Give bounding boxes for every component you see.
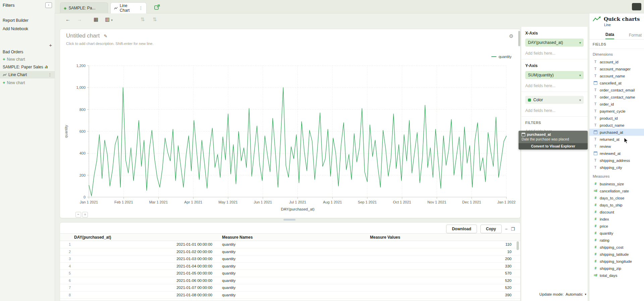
vertical-scrollbar[interactable] (518, 31, 520, 46)
dimension-field-product_id[interactable]: Tproduct_id (589, 115, 644, 122)
expand-icon[interactable]: ❐ (511, 227, 515, 232)
dimension-field-order_contact_name[interactable]: Torder_contact_name (589, 94, 644, 101)
column-header-measure-values[interactable]: Measure Values (365, 235, 520, 240)
minimize-icon[interactable]: − (505, 227, 508, 232)
y-axis-add-fields[interactable]: Add fields here... (525, 83, 584, 88)
dimension-field-returned_at[interactable]: Treturned_at (589, 136, 644, 143)
number-type-icon: # (593, 203, 597, 207)
download-button[interactable]: Download (446, 225, 477, 233)
dimension-field-payment_cycle[interactable]: Tpayment_cycle (589, 108, 644, 115)
workspace-diamond-icon: ◈ (64, 6, 66, 10)
table-row[interactable]: 82021-01-08 00:00:00quantity390 (60, 292, 520, 299)
dimension-field-account_name[interactable]: Taccount_name (589, 72, 644, 79)
tab-sample-paper-sales[interactable]: ◈ SAMPLE: Pa... (60, 2, 108, 13)
line-chart[interactable]: 02004006008001,0001,200Jan 1 2021Feb 1 2… (60, 29, 521, 219)
measure-field-price[interactable]: #price (589, 223, 644, 230)
y-axis-field-pill[interactable]: SUM(quantity) ▾ (525, 71, 584, 79)
y-axis-section: Y-Axis SUM(quantity) ▾ Add fields here..… (521, 59, 588, 92)
dimension-field-shipping_address[interactable]: Tshipping_address (589, 157, 644, 164)
tab-format[interactable]: Format (629, 33, 642, 39)
sidebar-item-new-chart-2[interactable]: + New chart (0, 79, 55, 86)
tab-kebab-menu-icon[interactable]: ⋮ (139, 6, 143, 10)
color-add-fields[interactable]: Add fields here... (525, 108, 584, 113)
table-view-icon[interactable]: ▦ (94, 16, 98, 22)
dimension-field-purchased_at[interactable]: purchased_at (589, 129, 644, 136)
panel-toggle-button[interactable] (632, 3, 641, 10)
text-type-icon: T (593, 95, 597, 99)
dimension-field-account_id[interactable]: Taccount_id (589, 58, 644, 65)
x-axis-add-fields[interactable]: Add fields here... (525, 51, 584, 56)
sidebar-item-report-builder[interactable]: Report Builder (0, 17, 55, 24)
date-type-icon (593, 152, 597, 155)
cell-date: 2021-01-04 00:00:00 (74, 264, 218, 268)
measure-field-days_to_close[interactable]: #days_to_close (589, 194, 644, 201)
dimension-field-order_contact_email[interactable]: Torder_contact_email (589, 86, 644, 94)
column-header-day-purchased-at[interactable]: DAY(purchased_at) (74, 235, 218, 240)
zoom-reset-icon[interactable]: ○ (82, 212, 88, 218)
cell-measure-value: 520 (365, 279, 520, 283)
measure-field-business_size[interactable]: #business_size (589, 180, 644, 187)
sidebar-item-workspace[interactable]: SAMPLE: Paper Sales (0, 63, 55, 70)
dimension-field-order_id[interactable]: Torder_id (589, 101, 644, 108)
measure-field-shipping_cost[interactable]: #shipping_cost (589, 244, 644, 251)
number-type-icon: # (593, 217, 597, 221)
sort-ascending-icon[interactable]: ⇅ (141, 16, 145, 22)
chevron-down-icon: ▾ (111, 18, 113, 22)
sidebar-item-add-notebook[interactable]: Add Notebook (0, 25, 55, 32)
add-icon[interactable]: + (49, 42, 52, 48)
number-type-icon: # (593, 182, 597, 186)
zoom-out-icon[interactable]: − (75, 212, 81, 218)
table-row[interactable]: 92021-01-09 00:00:00quantity100 (60, 299, 520, 301)
table-row[interactable]: 12021-01-01 00:00:00quantity110 (60, 241, 520, 248)
measure-field-cancellation_rate[interactable]: =#cancellation_rate (589, 187, 644, 194)
calendar-icon (522, 133, 525, 136)
table-row[interactable]: 42021-01-04 00:00:00quantity330 (60, 263, 520, 270)
sidebar-item-line-chart[interactable]: Line Chart ⋮ (0, 71, 55, 78)
panel-resize-handle[interactable] (283, 219, 296, 221)
color-section: Color ▾ Add fields here... (521, 92, 588, 117)
text-type-icon: T (593, 74, 597, 78)
forward-arrow-icon[interactable]: → (77, 16, 82, 22)
dimension-field-cancelled_at[interactable]: cancelled_at (589, 79, 644, 86)
dimension-field-shipping_city[interactable]: Tshipping_city (589, 164, 644, 171)
dimensions-label: Dimensions (593, 52, 641, 56)
table-row[interactable]: 32021-01-03 00:00:00quantity200 (60, 255, 520, 263)
update-mode-select[interactable]: Automatic (566, 292, 583, 296)
measure-field-discount[interactable]: #discount (589, 208, 644, 216)
table-scrollbar[interactable] (517, 241, 519, 250)
table-row[interactable]: 72021-01-07 00:00:00quantity520 (60, 284, 520, 292)
collapse-panel-icon[interactable]: ‹ (45, 2, 52, 8)
table-row[interactable]: 62021-01-06 00:00:00quantity520 (60, 277, 520, 285)
kebab-menu-icon[interactable]: ⋮ (48, 72, 52, 77)
tab-data[interactable]: Data (605, 32, 614, 39)
x-axis-field-pill[interactable]: DAY(purchased_at) ▾ (525, 39, 584, 47)
table-header-row: DAY(purchased_at) Measure Names Measure … (60, 233, 520, 241)
number-type-icon: # (593, 224, 597, 228)
measure-field-shipping_latitude[interactable]: #shipping_latitude (589, 251, 644, 258)
dimension-field-reviewed_at[interactable]: reviewed_at (589, 150, 644, 157)
text-type-icon: T (593, 116, 597, 120)
dimension-field-account_manager[interactable]: Taccount_manager (589, 65, 644, 72)
measure-field-index[interactable]: #index (589, 216, 644, 223)
sidebar-item-new-chart-1[interactable]: + New chart (0, 56, 55, 63)
measure-field-rating[interactable]: #rating (589, 237, 644, 244)
share-export-icon[interactable] (154, 4, 161, 10)
measure-field-quantity[interactable]: #quantity (589, 230, 644, 237)
chart-view-icon[interactable]: ▥ ▾ (105, 16, 113, 22)
measure-field-shipping_zip[interactable]: #shipping_zip (589, 265, 644, 272)
color-dropdown[interactable]: Color ▾ (525, 96, 584, 104)
sort-descending-icon[interactable]: ⇅ (153, 16, 157, 22)
sidebar-item-collection[interactable]: Bad Orders (0, 48, 55, 55)
measure-field-shipping_longitude[interactable]: #shipping_longitude (589, 258, 644, 265)
measure-field-days_to_ship[interactable]: #days_to_ship (589, 201, 644, 208)
column-header-measure-names[interactable]: Measure Names (218, 235, 365, 240)
dimension-field-review[interactable]: Treview (589, 143, 644, 150)
table-row[interactable]: 22021-01-02 00:00:00quantity10 (60, 248, 520, 256)
table-row[interactable]: 52021-01-05 00:00:00quantity570 (60, 270, 520, 277)
dimension-field-product_name[interactable]: Tproduct_name (589, 122, 644, 129)
measure-field-total_days[interactable]: =#total_days (589, 272, 644, 279)
back-arrow-icon[interactable]: ← (65, 16, 70, 22)
copy-button[interactable]: Copy (480, 225, 502, 233)
tab-line-chart[interactable]: Line Chart ⋮ (110, 2, 147, 13)
convert-to-visual-explorer-action[interactable]: Convert to Visual Explorer (519, 143, 588, 149)
